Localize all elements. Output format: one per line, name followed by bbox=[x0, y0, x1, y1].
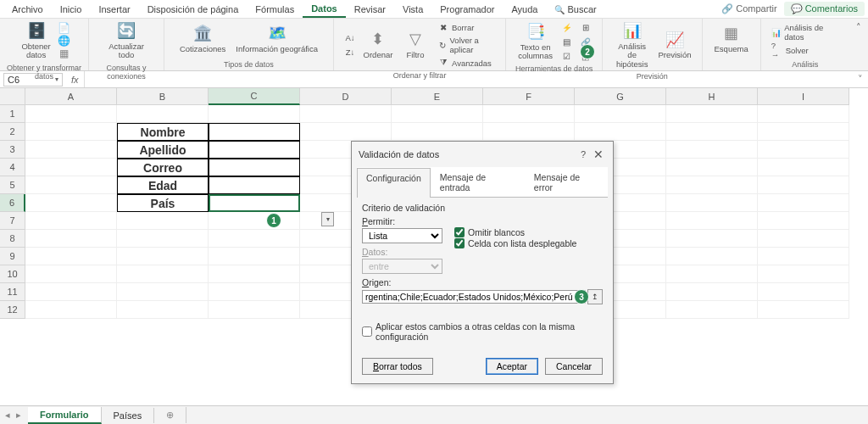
cell-B1[interactable] bbox=[117, 105, 209, 123]
tab-formulas[interactable]: Fórmulas bbox=[247, 2, 303, 17]
consolidate-button[interactable]: ⊞ bbox=[578, 20, 593, 34]
cell-C2[interactable] bbox=[209, 123, 300, 141]
cell-A10[interactable] bbox=[25, 265, 117, 283]
cell-B3[interactable]: Apellido bbox=[117, 141, 209, 159]
cell-C6[interactable] bbox=[209, 194, 300, 212]
cell-B4[interactable]: Correo bbox=[117, 159, 209, 176]
cell-C4[interactable] bbox=[209, 159, 300, 176]
col-F[interactable]: F bbox=[483, 88, 575, 105]
cell-A5[interactable] bbox=[25, 176, 117, 194]
volver-aplicar-button[interactable]: ↻Volver a aplicar bbox=[436, 35, 497, 55]
cell-B11[interactable] bbox=[117, 283, 209, 301]
data-validation-button[interactable]: ☑ bbox=[559, 49, 575, 63]
remove-dup-button[interactable]: ▤ bbox=[559, 35, 575, 48]
cell-C11[interactable] bbox=[209, 283, 300, 301]
row-1[interactable]: 1 bbox=[0, 105, 25, 123]
row-8[interactable]: 8 bbox=[0, 230, 25, 248]
cell-H9[interactable] bbox=[666, 248, 758, 265]
row-10[interactable]: 10 bbox=[0, 265, 25, 283]
cell-A6[interactable] bbox=[25, 194, 117, 212]
cotizaciones-button[interactable]: 🏛️ Cotizaciones bbox=[176, 23, 229, 55]
origen-input[interactable] bbox=[362, 290, 586, 304]
cell-I2[interactable] bbox=[758, 123, 849, 141]
row-6[interactable]: 6 bbox=[0, 194, 25, 212]
cell-C5[interactable] bbox=[209, 176, 300, 194]
cell-I5[interactable] bbox=[758, 176, 849, 194]
cell-H8[interactable] bbox=[666, 230, 758, 248]
from-web-icon[interactable]: 🌐 bbox=[58, 35, 70, 47]
omitir-checkbox-row[interactable]: Omitir blancos bbox=[454, 227, 576, 237]
sheet-nav[interactable]: ◂ ▸ bbox=[0, 410, 28, 421]
analisis-hipotesis-button[interactable]: 📊 Análisis de hipótesis bbox=[611, 20, 653, 70]
cell-B12[interactable] bbox=[117, 301, 209, 319]
cell-I11[interactable] bbox=[758, 283, 849, 301]
cell-B10[interactable] bbox=[117, 265, 209, 283]
celda-checkbox-row[interactable]: Celda con lista desplegable bbox=[454, 238, 576, 248]
cell-I12[interactable] bbox=[758, 301, 849, 319]
cell-I8[interactable] bbox=[758, 230, 849, 248]
row-7[interactable]: 7 bbox=[0, 212, 25, 230]
col-A[interactable]: A bbox=[25, 88, 117, 105]
col-I[interactable]: I bbox=[758, 88, 849, 105]
col-D[interactable]: D bbox=[300, 88, 392, 105]
cell-A1[interactable] bbox=[25, 105, 117, 123]
celda-checkbox[interactable] bbox=[454, 238, 465, 248]
analisis-datos-button[interactable]: 📊Análisis de datos bbox=[770, 22, 841, 42]
cancelar-button[interactable]: Cancelar bbox=[545, 358, 603, 375]
prevision-button[interactable]: 📈 Previsión bbox=[656, 29, 693, 61]
cell-I6[interactable] bbox=[758, 194, 849, 212]
sort-az-button[interactable]: A↓ bbox=[342, 31, 358, 45]
sheet-tab-formulario[interactable]: Formulario bbox=[28, 407, 101, 424]
cell-C7[interactable] bbox=[209, 212, 300, 230]
row-5[interactable]: 5 bbox=[0, 176, 25, 194]
tab-revisar[interactable]: Revisar bbox=[346, 2, 394, 17]
cell-B8[interactable] bbox=[117, 230, 209, 248]
cell-H4[interactable] bbox=[666, 159, 758, 176]
range-picker-button[interactable]: ↥ bbox=[587, 289, 603, 304]
col-G[interactable]: G bbox=[575, 88, 666, 105]
permitir-select[interactable]: Lista bbox=[362, 228, 442, 243]
cell-I10[interactable] bbox=[758, 265, 849, 283]
cell-B7[interactable] bbox=[117, 212, 209, 230]
ribbon-collapse-button[interactable]: ˄ bbox=[849, 19, 868, 70]
sort-za-button[interactable]: Z↓ bbox=[342, 46, 358, 59]
select-all-corner[interactable] bbox=[0, 88, 25, 105]
col-C[interactable]: C bbox=[209, 88, 300, 105]
cell-B9[interactable] bbox=[117, 248, 209, 265]
filtro-button[interactable]: ▽ Filtro bbox=[398, 29, 432, 61]
col-H[interactable]: H bbox=[666, 88, 758, 105]
cell-A8[interactable] bbox=[25, 230, 117, 248]
refresh-all-button[interactable]: 🔄 Actualizar todo bbox=[105, 20, 147, 62]
row-3[interactable]: 3 bbox=[0, 141, 25, 159]
cell-C10[interactable] bbox=[209, 265, 300, 283]
tab-disposicion[interactable]: Disposición de página bbox=[139, 2, 248, 17]
sheet-tab-add[interactable]: ⊕ bbox=[154, 407, 186, 423]
cell-A7[interactable] bbox=[25, 212, 117, 230]
share-button[interactable]: 🔗 Compartir bbox=[721, 3, 776, 14]
cell-A9[interactable] bbox=[25, 248, 117, 265]
flash-fill-button[interactable]: ⚡ bbox=[559, 20, 575, 34]
cell-F1[interactable] bbox=[483, 105, 575, 123]
cell-A2[interactable] bbox=[25, 123, 117, 141]
cell-A3[interactable] bbox=[25, 141, 117, 159]
solver-button[interactable]: ?→Solver bbox=[770, 43, 841, 57]
texto-columnas-button[interactable]: 📑 Texto en columnas bbox=[515, 21, 556, 63]
cell-H6[interactable] bbox=[666, 194, 758, 212]
cell-B5[interactable]: Edad bbox=[117, 176, 209, 194]
avanzadas-button[interactable]: ⧩Avanzadas bbox=[436, 56, 497, 70]
row-12[interactable]: 12 bbox=[0, 301, 25, 319]
tab-datos[interactable]: Datos bbox=[303, 1, 346, 18]
tab-insertar[interactable]: Insertar bbox=[90, 2, 138, 17]
from-text-icon[interactable]: 📄 bbox=[58, 22, 70, 34]
cell-B2[interactable]: Nombre bbox=[117, 123, 209, 141]
cell-D1[interactable] bbox=[300, 105, 392, 123]
cell-A4[interactable] bbox=[25, 159, 117, 176]
cell-H3[interactable] bbox=[666, 141, 758, 159]
cell-C3[interactable] bbox=[209, 141, 300, 159]
cell-H11[interactable] bbox=[666, 283, 758, 301]
from-table-icon[interactable]: ▦ bbox=[58, 47, 70, 59]
tab-archivo[interactable]: Archivo bbox=[3, 2, 52, 17]
cell-H5[interactable] bbox=[666, 176, 758, 194]
aplicar-checkbox-row[interactable]: Aplicar estos cambios a otras celdas con… bbox=[362, 321, 603, 342]
cell-H10[interactable] bbox=[666, 265, 758, 283]
